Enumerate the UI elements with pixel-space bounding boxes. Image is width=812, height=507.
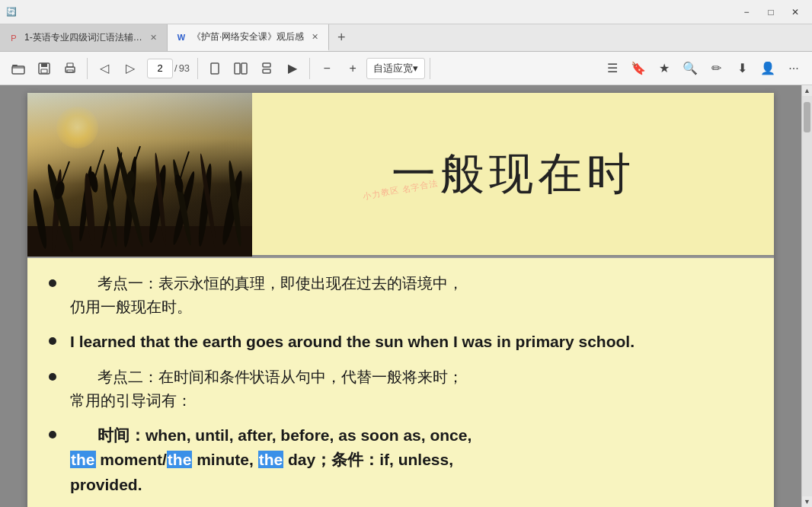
slide-header-image xyxy=(27,93,252,257)
back-button[interactable]: ◁ xyxy=(92,56,117,81)
bullet1-line1: 考点一：表示永恒的真理，即使出现在过去的语境中， xyxy=(70,272,753,295)
single-page-button[interactable] xyxy=(203,56,227,81)
scroll-mode-button[interactable] xyxy=(254,56,279,81)
bullet-item-4: 时间：when, until, after, before, as soon a… xyxy=(49,423,753,498)
tab-pdf-close[interactable]: ✕ xyxy=(147,32,159,44)
slide-background xyxy=(27,93,252,257)
bullet-item-2: I learned that the earth goes around the… xyxy=(49,330,753,355)
grass-silhouette xyxy=(27,120,252,257)
zoom-out-button[interactable]: − xyxy=(315,56,339,81)
svg-rect-11 xyxy=(263,63,270,67)
bullet-dot-1 xyxy=(49,279,56,287)
double-page-button[interactable] xyxy=(229,56,253,81)
app-logo: 🔄 xyxy=(6,7,17,17)
bullet-content-1: 考点一：表示永恒的真理，即使出现在过去的语境中， 仍用一般现在时。 xyxy=(70,272,753,319)
separator-1 xyxy=(87,58,88,79)
pdf-icon: P xyxy=(8,32,20,44)
slide-title-text: 一般现在时 xyxy=(392,145,635,204)
content-area: 小力教区 名字合法 xyxy=(0,85,812,507)
bullet4-line1: 时间：when, until, after, before, as soon a… xyxy=(70,423,753,448)
page-total: 93 xyxy=(179,62,190,74)
bullet-item-3: 考点二：在时间和条件状语从句中，代替一般将来时； 常用的引导词有： xyxy=(49,365,753,413)
bullet4-line3: provided. xyxy=(70,473,753,498)
page-input[interactable]: 2 xyxy=(147,59,173,78)
pdf-container: 小力教区 名字合法 xyxy=(0,85,801,507)
bullet-item-1: 考点一：表示永恒的真理，即使出现在过去的语境中， 仍用一般现在时。 xyxy=(49,272,753,319)
toolbar-right: ☰ 🔖 ★ 🔍 ✏ ⬇ 👤 ··· xyxy=(600,56,806,81)
slide-body: 考点一：表示永恒的真理，即使出现在过去的语境中， 仍用一般现在时。 I lear… xyxy=(27,258,774,507)
bullet3-line1: 考点二：在时间和条件状语从句中，代替一般将来时； xyxy=(70,365,753,389)
print-button[interactable] xyxy=(58,56,82,81)
word-icon: W xyxy=(175,31,187,43)
zoom-selector[interactable]: 自适应宽▾ xyxy=(366,58,425,79)
scrollbar-up[interactable]: ▲ xyxy=(802,85,813,96)
svg-rect-10 xyxy=(241,63,247,74)
favorites-button[interactable]: ★ xyxy=(652,56,676,81)
more-button[interactable]: ··· xyxy=(782,56,806,81)
download-button[interactable]: ⬇ xyxy=(730,56,754,81)
bullet1-line2: 仍用一般现在时。 xyxy=(70,295,753,319)
separator-4 xyxy=(430,58,430,79)
close-button[interactable]: ✕ xyxy=(785,4,806,21)
separator-2 xyxy=(197,58,198,79)
bullet3-line2: 常用的引导词有： xyxy=(70,389,753,413)
tab-word-label: 《护苗·网络安全课》观后感 xyxy=(192,30,304,43)
tab-pdf[interactable]: P 1-英语专业四级词汇语法辅导--从句 ✕ xyxy=(0,24,168,51)
maximize-button[interactable]: □ xyxy=(760,4,782,21)
svg-rect-3 xyxy=(41,63,47,67)
annotate-button[interactable]: ✏ xyxy=(704,56,728,81)
scrollbar-down[interactable]: ▼ xyxy=(802,496,813,507)
bullet-dot-3 xyxy=(49,373,56,381)
bookmarks-button[interactable]: 🔖 xyxy=(626,56,651,81)
separator-3 xyxy=(309,58,310,79)
bullet4-line2: the moment/the minute, the day；条件：if, un… xyxy=(70,448,753,473)
tab-word[interactable]: W 《护苗·网络安全课》观后感 ✕ xyxy=(168,24,329,51)
account-button[interactable]: 👤 xyxy=(756,56,780,81)
svg-rect-12 xyxy=(263,69,270,73)
tab-pdf-label: 1-英语专业四级词汇语法辅导--从句 xyxy=(24,31,142,44)
page-separator: / xyxy=(174,62,177,74)
toolbar: ◁ ▷ 2 / 93 ▶ − + 自适应宽▾ ☰ 🔖 ★ 🔍 ✏ ⬇ 👤 ··· xyxy=(0,52,812,85)
page-navigator: 2 / 93 xyxy=(147,59,190,78)
save-button[interactable] xyxy=(32,56,56,81)
slide-title: 一般现在时 xyxy=(252,93,774,257)
forward-button[interactable]: ▷ xyxy=(118,56,142,81)
bullet-content-4: 时间：when, until, after, before, as soon a… xyxy=(70,423,753,498)
svg-rect-7 xyxy=(67,70,73,72)
titlebar: 🔄 − □ ✕ xyxy=(0,0,812,24)
scrollbar[interactable]: ▲ ▼ xyxy=(801,85,812,507)
zoom-in-button[interactable]: + xyxy=(340,56,365,81)
minimize-button[interactable]: − xyxy=(736,4,757,21)
bullet-content-2: I learned that the earth goes around the… xyxy=(70,330,753,355)
toc-button[interactable]: ☰ xyxy=(600,56,625,81)
window-controls: − □ ✕ xyxy=(736,4,806,21)
new-tab-button[interactable]: + xyxy=(329,24,353,51)
svg-rect-4 xyxy=(41,69,47,73)
play-button[interactable]: ▶ xyxy=(280,56,305,81)
pdf-page: 小力教区 名字合法 xyxy=(27,93,774,507)
svg-rect-8 xyxy=(211,63,219,74)
bullet-content-3: 考点二：在时间和条件状语从句中，代替一般将来时； 常用的引导词有： xyxy=(70,365,753,413)
tabbar: P 1-英语专业四级词汇语法辅导--从句 ✕ W 《护苗·网络安全课》观后感 ✕… xyxy=(0,24,812,52)
scrollbar-thumb[interactable] xyxy=(804,102,810,132)
bullet-dot-4 xyxy=(49,431,56,438)
svg-rect-9 xyxy=(235,63,240,74)
search-button[interactable]: 🔍 xyxy=(678,56,702,81)
slide-header: 一般现在时 xyxy=(27,93,774,257)
bullet-dot-2 xyxy=(49,337,56,345)
the-highlight-2: the xyxy=(167,451,193,468)
open-folder-button[interactable] xyxy=(6,56,30,81)
tab-word-close[interactable]: ✕ xyxy=(308,31,321,43)
scrollbar-track[interactable] xyxy=(802,96,812,496)
the-highlight-1: the xyxy=(70,451,96,468)
the-highlight-3: the xyxy=(258,451,284,468)
bullet-list: 考点一：表示永恒的真理，即使出现在过去的语境中， 仍用一般现在时。 I lear… xyxy=(49,272,753,497)
